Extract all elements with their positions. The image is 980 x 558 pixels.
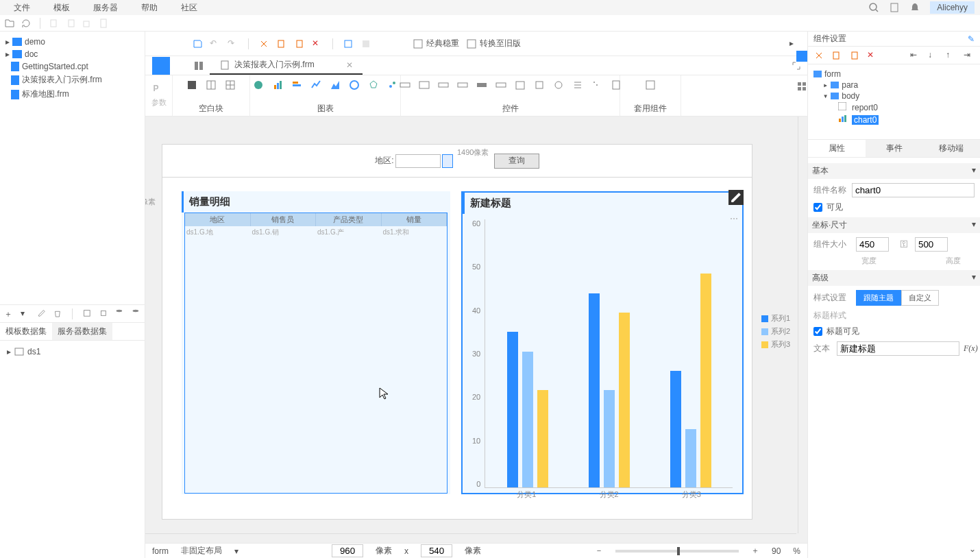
- formula-icon[interactable]: F(x): [964, 343, 975, 354]
- tree-folder[interactable]: ▸ doc: [3, 48, 142, 60]
- paste-icon[interactable]: [65, 18, 76, 29]
- textarea-icon[interactable]: [419, 80, 430, 90]
- redo-icon[interactable]: ↷: [228, 38, 238, 49]
- tab-events[interactable]: 事件: [866, 140, 923, 157]
- edit-icon[interactable]: [37, 308, 47, 319]
- menu-community[interactable]: 社区: [181, 2, 197, 14]
- close-tab-icon[interactable]: ✕: [346, 60, 353, 70]
- vertical-scrollbar[interactable]: [798, 117, 807, 533]
- bar-chart-icon[interactable]: [272, 80, 283, 90]
- zoom-slider[interactable]: [615, 550, 739, 553]
- height-input[interactable]: [915, 237, 948, 252]
- block-icon[interactable]: [186, 80, 197, 90]
- chart-panel[interactable]: 新建标题 ⋯ 60 50 40 30 20 10 0: [461, 191, 744, 494]
- menu-server[interactable]: 服务器: [93, 2, 118, 14]
- move-up-icon[interactable]: ↑: [946, 50, 957, 61]
- menu-icon[interactable]: ▸: [789, 38, 800, 49]
- pin-icon[interactable]: ✎: [968, 34, 975, 44]
- checkbox-icon[interactable]: [534, 80, 545, 90]
- number-icon[interactable]: [438, 80, 449, 90]
- doc-icon[interactable]: [98, 18, 109, 29]
- tab-server-ds[interactable]: 服务器数据集: [52, 323, 112, 340]
- tab-mobile[interactable]: 移动端: [922, 140, 980, 157]
- add-icon[interactable]: ＋: [4, 308, 14, 319]
- pie-chart-icon[interactable]: [253, 80, 264, 90]
- bell-icon[interactable]: [909, 2, 920, 13]
- width-input[interactable]: [856, 237, 889, 252]
- status-width-input[interactable]: [332, 544, 363, 557]
- gauge-icon[interactable]: [349, 80, 360, 90]
- dataset-item[interactable]: ▸ ds1: [4, 345, 140, 359]
- sales-detail-panel[interactable]: 销量明细 地区 销售员 产品类型 销量 ds1.G.地 ds1.G.销 ds1.…: [182, 191, 450, 494]
- section-coord[interactable]: 坐标·尺寸▾: [808, 217, 980, 233]
- delete-icon[interactable]: ✕: [867, 50, 878, 61]
- horizontal-scrollbar[interactable]: [145, 533, 796, 543]
- input-icon[interactable]: [400, 80, 411, 90]
- radar-icon[interactable]: [368, 80, 379, 90]
- list-icon[interactable]: [572, 80, 583, 90]
- dropdown-icon[interactable]: ▾: [21, 308, 30, 319]
- line-chart-icon[interactable]: [310, 80, 321, 90]
- paste-icon[interactable]: [849, 50, 860, 61]
- menu-template[interactable]: 模板: [53, 2, 70, 14]
- scatter-icon[interactable]: [387, 80, 398, 90]
- tab-template-ds[interactable]: 模板数据集: [0, 323, 52, 340]
- cut-icon[interactable]: [258, 38, 269, 49]
- preview-icon[interactable]: [82, 308, 92, 319]
- tree-file[interactable]: 标准地图.frm: [3, 87, 142, 101]
- doc-tab-active[interactable]: 决策报表入门示例.frm ✕: [210, 56, 363, 75]
- trash-icon[interactable]: [53, 308, 62, 319]
- radio-icon[interactable]: [553, 80, 564, 90]
- status-height-input[interactable]: [421, 544, 452, 557]
- query-button[interactable]: 查询: [494, 154, 539, 169]
- button-icon[interactable]: [476, 80, 487, 90]
- undo-icon[interactable]: ↶: [210, 38, 221, 49]
- menu-help[interactable]: 帮助: [141, 2, 158, 14]
- refresh-icon[interactable]: [21, 18, 32, 29]
- search-icon[interactable]: [868, 2, 879, 13]
- edit-chart-icon[interactable]: [728, 190, 744, 205]
- layout-icon[interactable]: [193, 60, 204, 71]
- copy-icon[interactable]: [831, 50, 842, 61]
- design-canvas[interactable]: 1490像素 85像素 地区: 查询 销量明细 地区: [162, 144, 752, 520]
- tree-folder[interactable]: ▸ demo: [3, 36, 142, 48]
- tree-ctrl-icon[interactable]: [591, 80, 602, 90]
- copy-ds-icon[interactable]: [99, 308, 108, 319]
- dropdown-ctrl-icon[interactable]: [495, 80, 506, 90]
- tab-properties[interactable]: 属性: [808, 140, 866, 157]
- clipboard-icon[interactable]: [889, 2, 900, 13]
- db2-icon[interactable]: [131, 308, 140, 319]
- delete-icon[interactable]: ✕: [312, 38, 323, 49]
- text-input[interactable]: [837, 341, 959, 356]
- expand-control-icon[interactable]: ⌄: [969, 544, 976, 554]
- title-visible-checkbox[interactable]: [813, 327, 822, 336]
- move-first-icon[interactable]: ⇤: [910, 50, 921, 61]
- paste-icon[interactable]: [294, 38, 305, 49]
- style-custom-button[interactable]: 自定义: [901, 290, 939, 306]
- tree-report0[interactable]: report0: [852, 103, 878, 112]
- db-icon[interactable]: [114, 308, 124, 319]
- copy-icon[interactable]: [49, 18, 60, 29]
- hbar-chart-icon[interactable]: [291, 80, 302, 90]
- grid1-icon[interactable]: [206, 80, 217, 90]
- zoom-in-icon[interactable]: ＋: [751, 545, 759, 557]
- lock-icon[interactable]: ⚿: [900, 239, 911, 250]
- region-dropdown-icon[interactable]: [442, 154, 453, 168]
- tree-file[interactable]: GettingStarted.cpt: [3, 60, 142, 73]
- section-basic[interactable]: 基本▾: [808, 163, 980, 179]
- status-layout[interactable]: 非固定布局: [181, 545, 222, 557]
- grid-icon[interactable]: [360, 38, 371, 49]
- switch-old-button[interactable]: 转换至旧版: [466, 38, 521, 49]
- style-follow-button[interactable]: 跟随主题: [856, 290, 901, 306]
- move-down-icon[interactable]: ↓: [928, 50, 939, 61]
- area-chart-icon[interactable]: [330, 80, 341, 90]
- save-icon[interactable]: [192, 38, 203, 49]
- visible-checkbox[interactable]: [813, 203, 822, 212]
- form-mode-icon[interactable]: [152, 57, 170, 75]
- grid-strip-icon[interactable]: [796, 81, 807, 92]
- user-name[interactable]: Alicehyy: [930, 1, 975, 14]
- zoom-out-icon[interactable]: －: [595, 545, 603, 557]
- comp-name-input[interactable]: [852, 183, 975, 197]
- region-input[interactable]: [395, 154, 441, 168]
- tree-body[interactable]: body: [842, 91, 859, 101]
